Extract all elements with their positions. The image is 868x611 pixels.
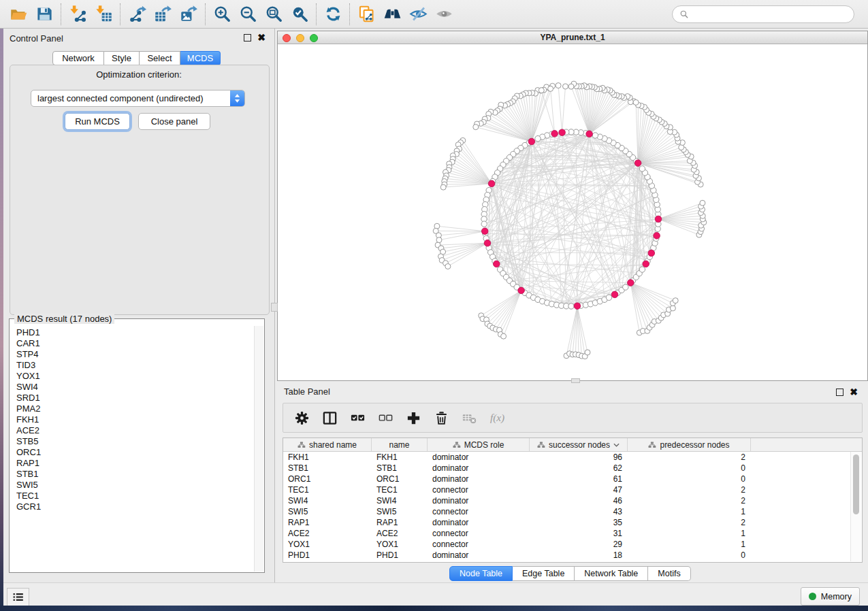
mcds-hub-node[interactable]	[655, 216, 662, 222]
mcds-node-item[interactable]: STB5	[16, 436, 253, 447]
refresh-button[interactable]	[320, 2, 346, 27]
zoom-fit-button[interactable]	[261, 2, 287, 27]
first-neighbors-button[interactable]	[379, 2, 405, 27]
tab-node-table[interactable]: Node Table	[449, 566, 513, 581]
column-visibility-button[interactable]	[321, 409, 338, 427]
column-header-successor-nodes[interactable]: successor nodes	[530, 438, 628, 451]
tab-select[interactable]: Select	[140, 51, 180, 65]
table-scrollbar-thumb[interactable]	[853, 455, 859, 514]
mcds-node-item[interactable]: SWI5	[16, 480, 253, 491]
mcds-result-list[interactable]: PHD1CAR1STP4TID3YOX1SWI4SRD1PMA2FKH1ACE2…	[16, 327, 253, 569]
table-row[interactable]: ACE2ACE2connector311	[283, 528, 862, 539]
select-all-button[interactable]	[349, 409, 366, 427]
tab-edge-table[interactable]: Edge Table	[513, 566, 575, 581]
float-panel-icon[interactable]	[244, 34, 251, 42]
import-network-button[interactable]	[65, 2, 91, 27]
mcds-hub-node[interactable]	[551, 131, 558, 137]
tab-style[interactable]: Style	[104, 51, 140, 65]
table-row[interactable]: STB1STB1dominator620	[283, 463, 862, 474]
zoom-out-button[interactable]	[235, 2, 261, 27]
tab-network[interactable]: Network	[52, 51, 104, 65]
mcds-node-item[interactable]: SWI4	[16, 382, 253, 393]
table-scrollbar[interactable]	[850, 452, 861, 561]
column-header-predecessor-nodes[interactable]: predecessor nodes	[628, 438, 751, 451]
mcds-node-item[interactable]: ORC1	[16, 447, 253, 458]
table-row[interactable]: FKH1FKH1dominator962	[283, 452, 862, 463]
float-panel-icon[interactable]	[836, 389, 843, 396]
table-row[interactable]: RAP1RAP1dominator352	[283, 517, 862, 528]
column-header-shared-name[interactable]: shared name	[283, 438, 372, 451]
mcds-hub-node[interactable]	[488, 180, 495, 187]
mcds-hub-node[interactable]	[494, 261, 500, 267]
optimization-criterion-select[interactable]: largest connected component (undirected)	[31, 90, 245, 107]
table-row[interactable]: ORC1ORC1dominator610	[283, 474, 862, 484]
export-network-button[interactable]	[124, 2, 150, 27]
mcds-hub-node[interactable]	[634, 160, 641, 167]
mcds-hub-node[interactable]	[528, 138, 535, 145]
close-panel-icon[interactable]: ✖	[850, 387, 858, 397]
mcds-node-item[interactable]: RAP1	[16, 458, 253, 469]
search-input[interactable]	[693, 9, 847, 20]
mcds-node-item[interactable]: FKH1	[16, 414, 253, 425]
search-box[interactable]	[672, 5, 854, 23]
mcds-node-item[interactable]: PMA2	[16, 403, 253, 414]
mcds-node-item[interactable]: GCR1	[16, 501, 253, 512]
table-row[interactable]: PHD1PHD1dominator180	[283, 550, 862, 561]
memory-button[interactable]: Memory	[801, 587, 860, 606]
table-row[interactable]: TEC1TEC1connector472	[283, 484, 862, 495]
export-table-button[interactable]	[150, 2, 176, 27]
task-history-button[interactable]	[7, 588, 29, 606]
hide-selected-button[interactable]	[405, 2, 431, 27]
tab-network-table[interactable]: Network Table	[575, 566, 648, 581]
mcds-hub-node[interactable]	[654, 233, 660, 240]
mcds-list-scrollbar[interactable]	[254, 326, 263, 572]
horizontal-splitter-handle[interactable]	[571, 378, 580, 383]
close-panel-icon[interactable]: ✖	[257, 33, 266, 42]
mcds-node-item[interactable]: ACE2	[16, 425, 253, 436]
show-all-button[interactable]	[431, 2, 457, 27]
mcds-node-item[interactable]: TID3	[16, 360, 253, 371]
open-file-button[interactable]	[5, 2, 31, 27]
delete-column-button[interactable]	[432, 409, 450, 427]
mcds-hub-node[interactable]	[586, 131, 593, 137]
mcds-hub-node[interactable]	[559, 129, 566, 136]
column-header-MCDS-role[interactable]: MCDS role	[428, 438, 530, 451]
column-header-name[interactable]: name	[372, 438, 428, 451]
deselect-all-button[interactable]	[376, 409, 394, 427]
tab-motifs[interactable]: Motifs	[648, 566, 690, 581]
mcds-hub-node[interactable]	[648, 250, 655, 257]
mcds-node-item[interactable]: SRD1	[16, 393, 253, 403]
mcds-hub-node[interactable]	[481, 228, 488, 235]
table-settings-button[interactable]	[293, 409, 310, 427]
network-window-titlebar[interactable]: YPA_prune.txt_1	[278, 31, 867, 44]
clone-network-button[interactable]	[353, 2, 379, 27]
mcds-hub-node[interactable]	[611, 291, 618, 298]
mcds-node-item[interactable]: PHD1	[16, 327, 253, 338]
add-column-button[interactable]	[404, 409, 422, 427]
mcds-node-item[interactable]: STP4	[16, 349, 253, 360]
export-image-button[interactable]	[176, 2, 202, 27]
function-builder-button[interactable]: f(x)	[488, 409, 506, 427]
vertical-splitter-handle[interactable]	[271, 303, 278, 312]
tab-mcds[interactable]: MCDS	[180, 51, 221, 65]
network-graph-canvas[interactable]	[278, 44, 867, 380]
close-panel-button[interactable]: Close panel	[138, 113, 210, 130]
run-mcds-button[interactable]: Run MCDS	[65, 113, 130, 130]
mcds-node-item[interactable]: CAR1	[16, 338, 253, 349]
delete-table-button[interactable]	[460, 409, 478, 427]
table-row[interactable]: YOX1YOX1connector291	[283, 539, 862, 550]
mcds-hub-node[interactable]	[628, 280, 634, 286]
import-table-button[interactable]	[91, 2, 116, 27]
zoom-in-button[interactable]	[209, 2, 235, 27]
mcds-hub-node[interactable]	[643, 261, 649, 267]
table-row[interactable]: SWI5SWI5connector431	[283, 506, 862, 517]
table-row[interactable]: SWI4SWI4dominator462	[283, 495, 862, 506]
mcds-hub-node[interactable]	[484, 240, 491, 247]
save-session-button[interactable]	[31, 2, 57, 27]
mcds-hub-node[interactable]	[518, 287, 525, 294]
zoom-selected-button[interactable]	[287, 2, 312, 27]
mcds-node-item[interactable]: YOX1	[16, 371, 253, 382]
mcds-hub-node[interactable]	[574, 303, 581, 310]
mcds-node-item[interactable]: TEC1	[16, 491, 253, 501]
mcds-node-item[interactable]: STB1	[16, 469, 253, 480]
